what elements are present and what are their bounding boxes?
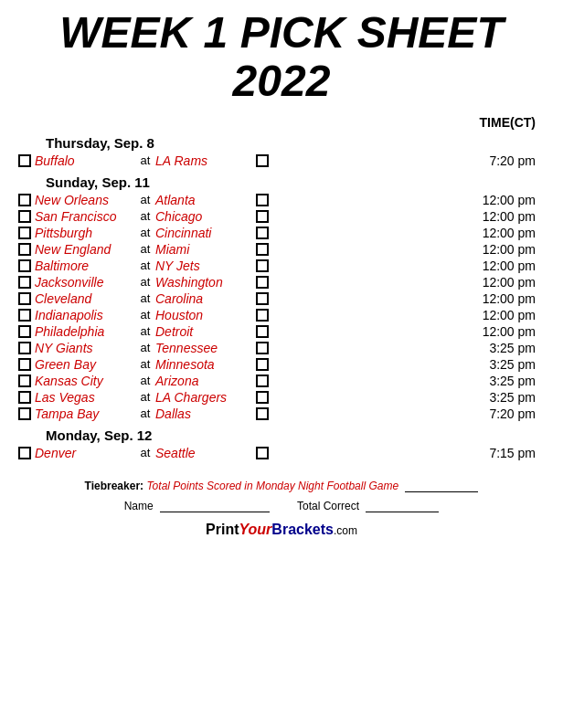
away-checkbox[interactable]	[18, 194, 31, 206]
game-time: 12:00 pm	[481, 308, 545, 322]
away-checkbox[interactable]	[18, 154, 31, 167]
away-team: New Orleans	[35, 193, 135, 207]
home-checkbox[interactable]	[256, 309, 269, 322]
away-checkbox[interactable]	[18, 210, 31, 223]
home-team: LA Rams	[155, 153, 256, 168]
at-text: at	[135, 193, 155, 206]
game-time: 3:25 pm	[481, 341, 545, 355]
home-checkbox[interactable]	[256, 375, 269, 387]
home-checkbox[interactable]	[256, 243, 269, 256]
away-team: Jacksonville	[35, 275, 135, 290]
game-row: New Orleans at Atlanta 12:00 pm	[18, 192, 545, 208]
name-correct-line: Name Total Correct	[18, 500, 545, 512]
game-row: Philadelphia at Detroit 12:00 pm	[18, 323, 545, 340]
game-time: 3:25 pm	[481, 390, 545, 405]
content-area: TIME(CT) Thursday, Sep. 8 Buffalo at LA …	[18, 115, 545, 461]
at-text: at	[135, 153, 155, 167]
away-checkbox[interactable]	[18, 325, 31, 338]
away-team: Indianapolis	[35, 308, 135, 322]
home-team: Tennessee	[155, 341, 256, 355]
home-checkbox[interactable]	[256, 210, 269, 223]
away-checkbox[interactable]	[18, 292, 31, 305]
game-row: Pittsburgh at Cincinnati 12:00 pm	[18, 225, 545, 241]
away-checkbox[interactable]	[18, 391, 31, 404]
away-team: NY Giants	[35, 341, 135, 355]
home-checkbox[interactable]	[256, 407, 269, 420]
home-team: Miami	[155, 242, 256, 257]
home-checkbox[interactable]	[256, 447, 269, 459]
tiebreaker-blank[interactable]	[405, 491, 478, 492]
game-row: Indianapolis at Houston 12:00 pm	[18, 307, 545, 323]
away-checkbox[interactable]	[18, 358, 31, 371]
at-text: at	[135, 226, 155, 239]
tiebreaker-label: Tiebreaker:	[85, 480, 143, 492]
game-row: New England at Miami 12:00 pm	[18, 241, 545, 258]
home-checkbox[interactable]	[256, 276, 269, 289]
home-checkbox[interactable]	[256, 391, 269, 404]
away-team: Tampa Bay	[35, 406, 135, 421]
page-title: WEEK 1 PICK SHEET2022	[18, 9, 545, 106]
game-time: 12:00 pm	[481, 242, 545, 257]
name-label: Name	[124, 500, 270, 512]
home-checkbox[interactable]	[256, 292, 269, 305]
home-checkbox[interactable]	[256, 154, 269, 167]
away-checkbox[interactable]	[18, 375, 31, 387]
home-checkbox[interactable]	[256, 227, 269, 239]
away-checkbox[interactable]	[18, 259, 31, 272]
away-checkbox[interactable]	[18, 447, 31, 459]
time-header-row: TIME(CT)	[18, 115, 545, 130]
away-checkbox[interactable]	[18, 407, 31, 420]
at-text: at	[135, 357, 155, 371]
brand-your: Your	[239, 522, 271, 537]
away-checkbox[interactable]	[18, 309, 31, 322]
brand-brackets: Brackets	[271, 522, 334, 537]
home-checkbox[interactable]	[256, 259, 269, 272]
away-checkbox[interactable]	[18, 243, 31, 256]
away-checkbox[interactable]	[18, 342, 31, 354]
at-text: at	[135, 291, 155, 305]
away-team: Las Vegas	[35, 390, 135, 405]
page-container: WEEK 1 PICK SHEET2022 TIME(CT) Thursday,…	[18, 9, 545, 538]
home-team: Atlanta	[155, 193, 256, 207]
at-text: at	[135, 275, 155, 289]
home-team: Dallas	[155, 406, 256, 421]
at-text: at	[135, 390, 155, 404]
at-text: at	[135, 308, 155, 322]
home-team: Detroit	[155, 324, 256, 339]
brand-com: .com	[334, 524, 357, 537]
home-team: Chicago	[155, 209, 256, 224]
at-text: at	[135, 374, 155, 387]
game-row: Baltimore at NY Jets 12:00 pm	[18, 258, 545, 274]
away-team: Denver	[35, 446, 135, 460]
game-row: Cleveland at Carolina 12:00 pm	[18, 290, 545, 307]
home-checkbox[interactable]	[256, 194, 269, 206]
away-team: San Francisco	[35, 209, 135, 224]
correct-label: Total Correct	[297, 500, 439, 512]
home-team: Houston	[155, 308, 256, 322]
away-team: Buffalo	[35, 153, 135, 168]
away-team: Baltimore	[35, 258, 135, 273]
home-checkbox[interactable]	[256, 325, 269, 338]
game-row: NY Giants at Tennessee 3:25 pm	[18, 340, 545, 356]
name-blank[interactable]	[160, 512, 270, 512]
footer-brand: PrintYourBrackets.com	[18, 522, 545, 538]
home-team: NY Jets	[155, 258, 256, 273]
away-checkbox[interactable]	[18, 227, 31, 239]
game-time: 12:00 pm	[481, 226, 545, 240]
game-time: 3:25 pm	[481, 374, 545, 388]
game-time: 12:00 pm	[481, 209, 545, 224]
home-checkbox[interactable]	[256, 358, 269, 371]
game-time: 7:20 pm	[481, 153, 545, 168]
game-time: 12:00 pm	[481, 275, 545, 290]
at-text: at	[135, 242, 155, 256]
game-time: 7:20 pm	[481, 406, 545, 421]
home-team: Minnesota	[155, 357, 256, 372]
away-checkbox[interactable]	[18, 276, 31, 289]
at-text: at	[135, 324, 155, 338]
day-header: Thursday, Sep. 8	[46, 135, 545, 151]
day-header: Sunday, Sep. 11	[46, 174, 545, 190]
correct-blank[interactable]	[366, 512, 439, 512]
home-team: Cincinnati	[155, 226, 256, 240]
game-row: Denver at Seattle 7:15 pm	[18, 445, 545, 461]
home-checkbox[interactable]	[256, 342, 269, 354]
